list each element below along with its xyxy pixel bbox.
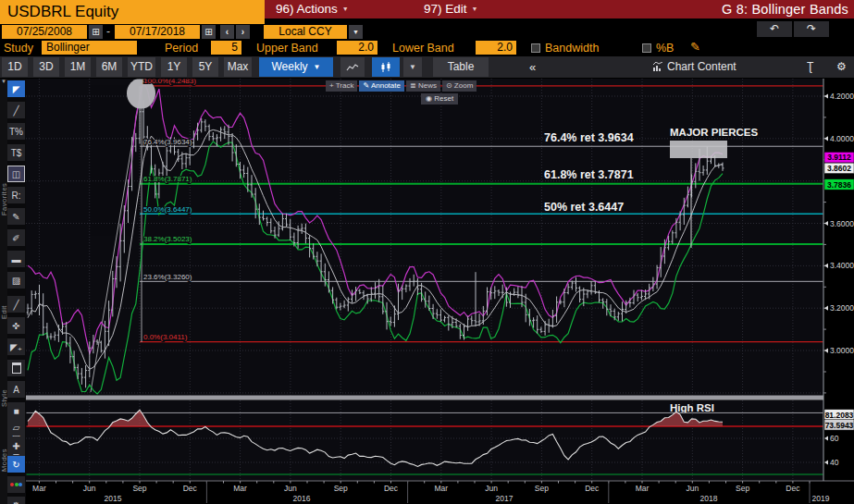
svg-text:Jun: Jun [686, 484, 699, 493]
menu-bar: 96) Actions▼ 97) Edit▼ G 8: Bollinger Ba… [265, 0, 854, 18]
annotate-button[interactable]: ✎ Annotate [359, 80, 404, 92]
pencil-tool-icon[interactable]: ✎ [7, 208, 25, 225]
shade-tool-icon[interactable]: ▨ [7, 272, 25, 289]
gear-icon[interactable]: ⚙ [836, 57, 847, 77]
move-tool-icon[interactable]: ✜ [7, 317, 25, 334]
edit-menu[interactable]: 97) Edit▼ [424, 0, 477, 18]
currency-dropdown-caret[interactable]: ▼ [349, 25, 363, 39]
ray-tool-icon[interactable]: ╱ [7, 296, 25, 313]
svg-text:Mar: Mar [434, 484, 448, 493]
news-button[interactable]: ≣ News [406, 80, 440, 92]
text-annotation-tool-icon[interactable]: A [7, 381, 25, 398]
rgb-colors-tool-icon[interactable] [7, 476, 25, 493]
svg-text:38.2%(3.5023): 38.2%(3.5023) [143, 235, 192, 243]
settings-tool-icon[interactable]: ⚙ [7, 497, 25, 504]
actions-menu[interactable]: 96) Actions▼ [276, 0, 349, 18]
panel-separator [26, 396, 823, 400]
currency-select[interactable]: Local CCY [264, 25, 347, 39]
hline-tool-icon[interactable]: ▬ [7, 251, 25, 267]
range-tab-ytd[interactable]: YTD [128, 57, 155, 77]
crosshair-tool-icon[interactable]: ✚ [7, 437, 25, 454]
track-button[interactable]: + Track [326, 80, 357, 92]
svg-text:Dec: Dec [786, 484, 800, 493]
reset-button[interactable]: ◉ Reset [421, 93, 458, 104]
range-tab-max[interactable]: Max [224, 57, 252, 77]
period-input[interactable]: 5 [211, 41, 241, 55]
range-tab-5y[interactable]: 5Y [192, 57, 218, 77]
next-period-button[interactable]: › [236, 25, 250, 39]
svg-text:Mar: Mar [233, 484, 247, 493]
chart-type-dropdown-caret[interactable]: ▼ [403, 57, 422, 77]
chart-mode-toolbar: + Track ✎ Annotate ≣ News ⊙ Zoom [326, 80, 477, 92]
text-percent-tool-icon[interactable]: T% [7, 123, 25, 140]
svg-text:Mar: Mar [32, 484, 46, 493]
svg-text:Jun: Jun [485, 484, 498, 493]
range-tab-1d[interactable]: 1D [2, 57, 28, 77]
start-date-field[interactable]: 07/25/2008 [2, 25, 87, 39]
svg-text:3.6000: 3.6000 [830, 219, 854, 228]
sidebar-sections: ▼ FavoritesEditStyleModes [0, 79, 7, 504]
prev-period-button[interactable]: ‹ [220, 25, 234, 39]
lower-band-input[interactable]: 2.0 [476, 41, 516, 55]
svg-text:2015: 2015 [105, 494, 122, 503]
svg-text:3.4000: 3.4000 [830, 261, 854, 270]
cursor-tool-icon[interactable]: ◤ [7, 80, 25, 97]
svg-text:60: 60 [830, 434, 839, 443]
range-tab-3d[interactable]: 3D [33, 57, 59, 77]
date-separator: - [106, 25, 110, 39]
undo-button[interactable]: ↶ [757, 21, 792, 37]
end-date-field[interactable]: 07/17/2018 [115, 25, 200, 39]
calendar-icon[interactable]: ⊞ [89, 25, 103, 39]
chevron-down-icon: ▼ [314, 63, 321, 71]
svg-text:Dec: Dec [384, 484, 399, 493]
delete-tool-icon[interactable] [7, 360, 25, 376]
svg-text:Sep: Sep [535, 484, 549, 493]
table-button[interactable]: Table [433, 57, 489, 77]
study-label: Study [4, 41, 33, 55]
svg-text:40: 40 [830, 458, 839, 467]
range-tab-6m[interactable]: 6M [96, 57, 122, 77]
svg-text:50.0%(3.6447): 50.0%(3.6447) [143, 205, 192, 214]
collapse-button[interactable]: « [529, 57, 536, 77]
pctb-label: %B [656, 41, 674, 55]
frequency-select[interactable]: Weekly▼ [259, 57, 333, 77]
page-title: G 8: Bollinger Bands [722, 0, 848, 18]
svg-text:4.2000: 4.2000 [830, 92, 854, 101]
upper-band-input[interactable]: 2.0 [337, 41, 377, 55]
redo-button[interactable]: ↷ [794, 21, 829, 37]
svg-text:3.2000: 3.2000 [830, 303, 854, 313]
line-chart-type-icon[interactable] [340, 57, 365, 77]
study-select[interactable]: Bollinger [42, 41, 137, 55]
refresh-tool-icon[interactable]: ↻ [7, 456, 25, 473]
zoom-button[interactable]: ⊙ Zoom [442, 80, 477, 92]
svg-text:100.0%(4.2483): 100.0%(4.2483) [143, 79, 196, 85]
range-tab-1m[interactable]: 1M [65, 57, 91, 77]
sidebar-collapse-icon[interactable]: ▼ [1, 79, 6, 84]
pctb-checkbox[interactable] [642, 43, 651, 53]
eraser-tool-icon[interactable]: ▱ [7, 419, 25, 436]
lower-band-label: Lower Band [392, 41, 454, 55]
svg-text:76.4% ret 3.9634: 76.4% ret 3.9634 [544, 131, 634, 144]
svg-text:Sep: Sep [736, 484, 749, 493]
marker-tool-icon[interactable]: ✐ [7, 229, 25, 246]
security-title[interactable]: USDBRL Equity [0, 0, 265, 24]
edit-pencil-icon[interactable]: ✎ [690, 40, 700, 54]
annotate-z-icon[interactable]: Ʈ [807, 57, 813, 77]
calendar-icon[interactable]: ⊞ [202, 25, 216, 39]
candle-chart-type-icon[interactable] [372, 57, 400, 77]
svg-text:76.4%(3.9634): 76.4%(3.9634) [143, 138, 192, 146]
chart-canvas[interactable]: 100.0%(4.2483)76.4%(3.9634)61.8%(3.7871)… [26, 79, 854, 504]
regression-tool-icon[interactable]: R: [7, 187, 25, 203]
chart-content-button[interactable]: Chart Content [653, 57, 736, 77]
bandwidth-checkbox[interactable] [531, 43, 540, 53]
trendline-tool-icon[interactable]: ╱ [7, 102, 25, 118]
range-tab-1y[interactable]: 1Y [161, 57, 187, 77]
drawing-toolbar: ◤╱T%T$◫R:✎✐▬▨╱✜◤₊A■▣≣▱✚↻⚙ [7, 79, 26, 504]
chevron-down-icon: ▼ [342, 6, 349, 12]
range-tool-icon[interactable]: ◫ [7, 166, 25, 182]
fill-style-tool-icon[interactable]: ■ [7, 402, 25, 419]
select-plus-tool-icon[interactable]: ◤₊ [7, 338, 25, 355]
svg-text:2016: 2016 [293, 494, 311, 503]
text-price-tool-icon[interactable]: T$ [7, 144, 25, 161]
upper-band-label: Upper Band [256, 41, 318, 55]
